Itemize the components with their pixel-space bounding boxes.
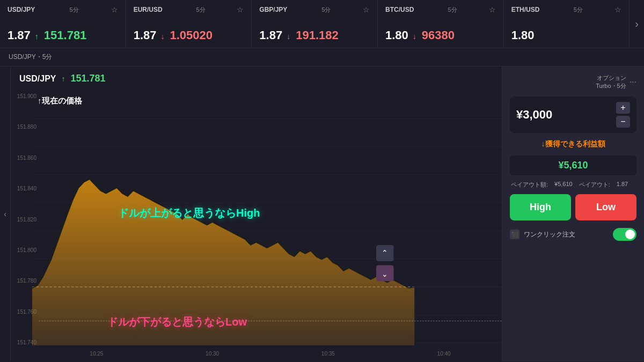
oneclick-icon: ⬛ xyxy=(510,230,519,239)
star-icon-eurusd[interactable]: ☆ xyxy=(237,5,244,14)
right-panel: オプション Turbo・5分 ··· ¥3,000 + − ↓獲得できる利益額 … xyxy=(502,67,644,361)
ticker-item-btcusd[interactable]: BTC/USD 5分 ☆ 1.80 ↓ 96380 xyxy=(378,0,504,48)
ticker-pair-ethusd: ETH/USD xyxy=(511,6,540,13)
amount-value: ¥3,000 xyxy=(516,108,552,122)
ticker-time-eurusd: 5分 xyxy=(196,6,205,14)
x-axis: 10:25 10:30 10:35 10:40 xyxy=(39,345,502,361)
star-icon-usdjpy[interactable]: ☆ xyxy=(111,5,118,14)
x-label-1: 10:30 xyxy=(206,351,219,357)
x-label-3: 10:40 xyxy=(437,351,451,357)
breadcrumb: USD/JPY・5分 xyxy=(0,48,644,67)
arrow-down-icon-gbpjpy: ↓ xyxy=(287,32,290,41)
ticker-bar: USD/JPY 5分 ☆ 1.87 ↑ 151.781 EUR/USD 5分 ☆… xyxy=(0,0,644,48)
ticker-price-eurusd: 1.05020 xyxy=(170,28,213,42)
amount-controls: + − xyxy=(616,102,630,128)
ticker-score-btcusd: 1.80 xyxy=(385,28,408,42)
ticker-score-ethusd: 1.80 xyxy=(511,28,535,42)
profit-amount-value: ¥5,610 xyxy=(558,160,588,171)
ticker-score-usdjpy: 1.87 xyxy=(8,28,31,42)
arrow-down-icon-btcusd: ↓ xyxy=(413,32,416,41)
options-time: Turbo・5分 xyxy=(596,82,626,90)
payout-details: ペイアウト額: ¥5,610 ペイアウト: 1.87 xyxy=(510,181,636,189)
payout-amount-value: ¥5,610 xyxy=(554,181,573,189)
ticker-item-gbpjpy[interactable]: GBP/JPY 5分 ☆ 1.87 ↓ 191.182 xyxy=(252,0,378,48)
payout-ratio-label: ペイアウト: xyxy=(579,181,610,189)
ticker-nav-next[interactable]: › xyxy=(630,0,644,48)
ticker-pair-usdjpy: USD/JPY xyxy=(8,6,35,13)
low-button[interactable]: Low xyxy=(575,194,636,220)
ticker-price-gbpjpy: 191.182 xyxy=(296,28,339,42)
profit-amount-display: ¥5,610 xyxy=(510,156,636,175)
options-header: オプション Turbo・5分 ··· xyxy=(510,74,636,90)
breadcrumb-text: USD/JPY・5分 xyxy=(9,53,52,61)
profit-annotation: ↓獲得できる利益額 xyxy=(510,139,636,149)
ticker-price-usdjpy: 151.781 xyxy=(44,28,87,42)
chart-area: USD/JPY ↑ 151.781 ↑現在の価格 151.900 151.880… xyxy=(11,67,502,361)
x-label-0: 10:25 xyxy=(90,351,103,357)
ticker-item-ethusd[interactable]: ETH/USD 5分 ☆ 1.80 xyxy=(504,0,630,48)
amount-minus-button[interactable]: − xyxy=(616,116,630,128)
payout-amount-label: ペイアウト額: xyxy=(511,181,548,189)
chart-svg-container: ⌃ ⌄ xyxy=(32,93,502,345)
ticker-time-gbpjpy: 5分 xyxy=(321,6,331,14)
ticker-time-usdjpy: 5分 xyxy=(69,6,78,14)
chart-header: USD/JPY ↑ 151.781 xyxy=(11,73,502,88)
amount-container: ¥3,000 + − xyxy=(510,97,636,133)
ticker-price-btcusd: 96380 xyxy=(422,28,455,42)
trade-buttons: High Low xyxy=(510,194,636,220)
amount-plus-button[interactable]: + xyxy=(616,102,630,114)
star-icon-ethusd[interactable]: ☆ xyxy=(614,5,621,14)
chart-pair-label: USD/JPY xyxy=(19,74,56,84)
ticker-item-usdjpy[interactable]: USD/JPY 5分 ☆ 1.87 ↑ 151.781 xyxy=(0,0,126,48)
ticker-pair-btcusd: BTC/USD xyxy=(385,6,414,13)
oneclick-label: ワンクリック注文 xyxy=(524,230,609,239)
ticker-pair-eurusd: EUR/USD xyxy=(134,6,163,13)
oneclick-toggle[interactable] xyxy=(613,228,636,241)
arrow-up-icon-usdjpy: ↑ xyxy=(35,32,39,41)
payout-ratio-value: 1.87 xyxy=(617,181,628,189)
left-nav[interactable]: ‹ xyxy=(0,67,11,361)
main-content: ‹ USD/JPY ↑ 151.781 ↑現在の価格 151.900 151.8… xyxy=(0,67,644,361)
oneclick-row: ⬛ ワンクリック注文 xyxy=(510,226,636,243)
ticker-item-eurusd[interactable]: EUR/USD 5分 ☆ 1.87 ↓ 1.05020 xyxy=(126,0,252,48)
chart-arrow-icon: ↑ xyxy=(61,75,65,83)
chart-price-value: 151.781 xyxy=(70,73,105,84)
ticker-time-btcusd: 5分 xyxy=(448,6,457,14)
x-label-2: 10:35 xyxy=(321,351,335,357)
ticker-score-gbpjpy: 1.87 xyxy=(259,28,282,42)
star-icon-btcusd[interactable]: ☆ xyxy=(489,5,496,14)
arrow-down-icon-eurusd: ↓ xyxy=(161,32,165,41)
svg-text:⌄: ⌄ xyxy=(382,270,389,278)
options-label: オプション xyxy=(596,74,626,82)
options-menu-icon[interactable]: ··· xyxy=(630,77,636,87)
star-icon-gbpjpy[interactable]: ☆ xyxy=(363,5,370,14)
high-button[interactable]: High xyxy=(510,194,571,220)
ticker-score-eurusd: 1.87 xyxy=(134,28,157,42)
ticker-pair-gbpjpy: GBP/JPY xyxy=(259,6,287,13)
ticker-time-ethusd: 5分 xyxy=(574,6,583,14)
toggle-knob xyxy=(625,230,635,239)
svg-text:⌃: ⌃ xyxy=(382,249,389,257)
